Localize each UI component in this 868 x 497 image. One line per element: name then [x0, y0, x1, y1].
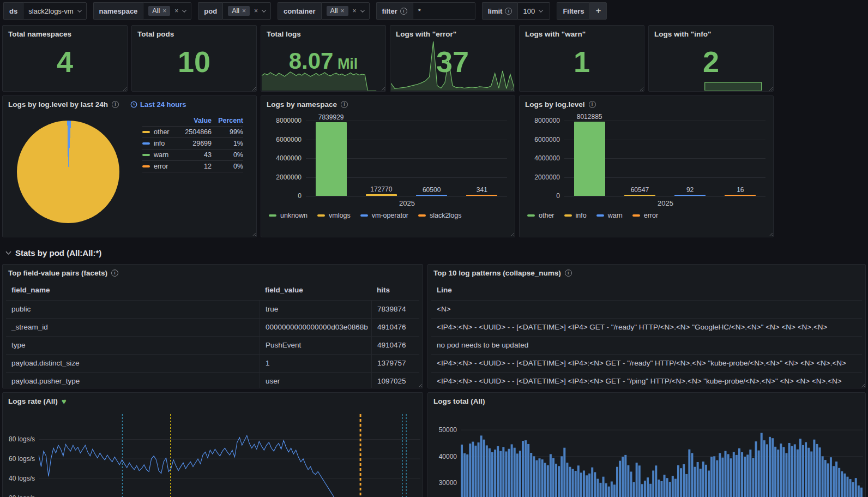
legend-header-value[interactable]: Value [178, 117, 212, 124]
legend-row: warn 43 0% [142, 149, 243, 160]
legend-row: error 12 0% [142, 160, 243, 172]
pod-select[interactable]: All× × [222, 2, 271, 20]
time-range-link[interactable]: Last 24 hours [130, 100, 186, 109]
close-icon[interactable]: × [162, 8, 166, 14]
panel-title[interactable]: Logs with "info" [649, 26, 773, 39]
legend-item[interactable]: info [564, 212, 587, 219]
chevron-down-icon[interactable] [77, 8, 81, 12]
legend-label[interactable]: error [154, 163, 178, 170]
chart-legend: unknownvmlogsvm-operatorslack2logs [261, 208, 515, 219]
filter-control[interactable]: filteri [376, 2, 475, 20]
chevron-down-icon[interactable] [539, 8, 543, 12]
close-icon[interactable]: × [242, 8, 246, 14]
container-select[interactable]: All× × [321, 2, 370, 20]
container-variable[interactable]: container All× × [278, 2, 369, 20]
panel-title[interactable]: Logs with "warn" [520, 26, 644, 39]
ds-select[interactable]: slack2logs-vm [23, 2, 86, 20]
pod-chip[interactable]: All× [228, 6, 250, 16]
filter-input[interactable] [418, 7, 470, 15]
panel-title[interactable]: Logs by log.level [525, 100, 585, 109]
panel-title[interactable]: Logs by namespace [267, 100, 337, 109]
panel-title[interactable]: Total pods [132, 26, 256, 39]
close-icon[interactable]: × [340, 8, 344, 14]
namespace-chip[interactable]: All× [148, 6, 170, 16]
resize-handle[interactable] [638, 86, 643, 91]
table-row: payload.pusher_type user 1097025 [6, 372, 419, 388]
namespace-select[interactable]: All× × [143, 2, 191, 20]
legend-row: info 29699 1% [142, 137, 243, 149]
pod-variable[interactable]: pod All× × [198, 2, 271, 20]
legend-item[interactable]: warn [596, 212, 623, 219]
legend-label[interactable]: other [154, 128, 178, 136]
panel-title[interactable]: Total namespaces [3, 26, 127, 39]
info-icon[interactable]: i [505, 8, 512, 15]
filter-box[interactable] [413, 2, 475, 20]
clear-icon[interactable]: × [353, 8, 357, 14]
legend-color-chip [142, 142, 150, 145]
legend-item[interactable]: unknown [269, 212, 308, 219]
panel-title[interactable]: Logs with "error" [390, 26, 515, 39]
info-icon[interactable]: i [111, 270, 118, 277]
table-row: type PushEvent 4910476 [6, 336, 419, 354]
panel-title[interactable]: Logs rate (All) [8, 397, 58, 405]
panel-title[interactable]: Top field-value pairs (facets) [8, 269, 107, 277]
legend-item[interactable]: vm-operator [360, 212, 408, 219]
clear-icon[interactable]: × [174, 8, 178, 14]
table-row: <IP4>:<N> - <UUID> - - [<DATETIME>] <IP4… [431, 354, 862, 372]
info-icon[interactable]: i [400, 8, 407, 15]
info-icon[interactable]: i [341, 101, 348, 108]
table-panel-log-patterns: Top 10 log patterns (collapse_nums)i Lin… [427, 264, 866, 388]
table-row: no pod needs to be updated [431, 336, 862, 354]
namespace-label: namespace [93, 2, 143, 20]
legend-item[interactable]: error [632, 212, 658, 219]
resize-handle[interactable] [509, 231, 514, 236]
info-icon[interactable]: i [565, 270, 572, 277]
chevron-down-icon[interactable] [360, 8, 364, 12]
bar-panel-logs-by-namespace: Logs by namespacei 800000060000004000000… [261, 95, 515, 237]
resize-handle[interactable] [122, 86, 126, 91]
stat-value: 2 [649, 47, 773, 76]
container-chip[interactable]: All× [327, 6, 348, 16]
resize-handle[interactable] [768, 231, 773, 236]
bar-plot: 8012885605479216 [564, 113, 765, 196]
row-section-stats-by-pod[interactable]: Stats by pod (All:All:*) [2, 241, 866, 264]
limit-control[interactable]: limiti 100 [482, 2, 551, 20]
legend-header-percent[interactable]: Percent [212, 117, 243, 124]
legend-item[interactable]: slack2logs [418, 212, 461, 219]
panel-title[interactable]: Logs total (All) [433, 397, 485, 405]
info-icon[interactable]: i [112, 101, 119, 108]
patterns-table: Line <N> <IP4>:<N> - <UUID> - - [<DATETI… [431, 282, 862, 388]
panel-title[interactable]: Top 10 log patterns (collapse_nums) [433, 269, 561, 277]
column-header[interactable]: Line [431, 282, 862, 300]
chevron-down-icon[interactable] [182, 8, 186, 12]
limit-select[interactable]: 100 [517, 2, 550, 20]
add-filter-button[interactable]: + [589, 2, 607, 20]
table-row: payload.distinct_size 1 1379757 [6, 354, 419, 372]
resize-handle[interactable] [251, 231, 256, 236]
limit-value: 100 [523, 7, 535, 15]
chevron-down-icon[interactable] [262, 8, 266, 12]
column-header[interactable]: hits [371, 282, 419, 300]
legend-item[interactable]: vmlogs [317, 212, 351, 219]
table-header-row: Line [431, 282, 862, 300]
column-header[interactable]: field_name [6, 282, 260, 300]
stat-panel-total-logs: Total logs 8.07 Mil [261, 25, 386, 92]
table-row: <IP4>:<N> - <UUID> - - [<DATETIME>] <IP4… [431, 372, 862, 388]
datasource-picker[interactable]: ds slack2logs-vm [3, 2, 87, 20]
legend-label[interactable]: info [154, 140, 178, 147]
y-axis-labels: 80 logs/s60 logs/s40 logs/s20 logs/s [5, 414, 39, 497]
filters-control[interactable]: Filters + [557, 2, 607, 20]
clear-icon[interactable]: × [254, 8, 258, 14]
legend-label[interactable]: warn [154, 151, 178, 159]
panel-title[interactable]: Total logs [261, 26, 385, 39]
namespace-variable[interactable]: namespace All× × [93, 2, 192, 20]
column-header[interactable]: field_value [260, 282, 371, 300]
table-row: public true 7839874 [6, 300, 419, 318]
info-icon[interactable]: i [589, 101, 596, 108]
stat-panel-logs-info: Logs with "info" 2 [648, 25, 774, 92]
legend-item[interactable]: other [527, 212, 554, 219]
resize-handle[interactable] [251, 86, 256, 91]
sparkline [649, 82, 773, 91]
stat-panel-logs-warn: Logs with "warn" 1 [519, 25, 644, 92]
panel-title[interactable]: Logs by log.level by last 24h [8, 100, 108, 109]
